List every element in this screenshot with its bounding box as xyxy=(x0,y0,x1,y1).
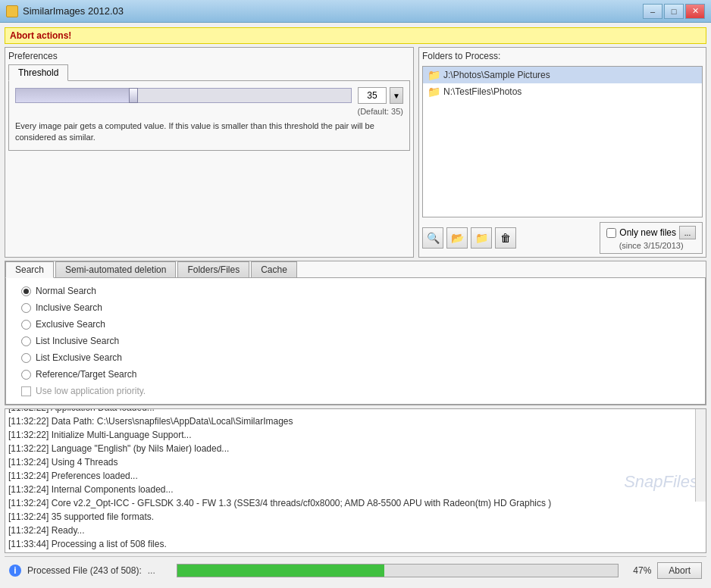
titlebar: SimilarImages 2012.03 – □ ✕ xyxy=(0,0,711,23)
folders-list: 📁 J:\Photos\Sample Pictures 📁 N:\TestFil… xyxy=(422,66,703,217)
radio-exclusive[interactable]: Exclusive Search xyxy=(21,319,690,330)
only-new-row: Only new files ... xyxy=(606,226,696,239)
log-line: [11:32:24] Preferences loaded... xyxy=(8,469,692,483)
log-area[interactable]: SnapFiles [11:32:22] SimilarImages[11:32… xyxy=(5,408,706,553)
only-new-files-box: Only new files ... (since 3/15/2013) xyxy=(600,222,703,254)
folders-box: Folders to Process: 📁 J:\Photos\Sample P… xyxy=(418,47,706,258)
minimize-button[interactable]: – xyxy=(643,4,662,19)
threshold-value-box: ▼ xyxy=(358,87,403,104)
radio-inclusive-label: Inclusive Search xyxy=(36,302,102,313)
radio-list-inclusive-label: List Inclusive Search xyxy=(36,336,119,346)
search-section: Search Semi-automated deletion Folders/F… xyxy=(5,261,706,405)
status-sub-label: ... xyxy=(148,565,171,576)
status-bar: i Processed File (243 of 508): ... 47% A… xyxy=(5,556,706,583)
search-tabs: Search Semi-automated deletion Folders/F… xyxy=(5,261,706,278)
threshold-value-input[interactable] xyxy=(358,87,387,104)
log-line: [11:32:22] Initialize Multi-Language Sup… xyxy=(8,428,692,442)
main-content: Abort actions! Preferences Threshold ▼ xyxy=(0,23,711,588)
folder-path-2: N:\TestFiles\Photos xyxy=(443,86,522,97)
log-lines: [11:32:22] SimilarImages[11:32:22] (C) C… xyxy=(8,408,692,551)
folder-delete-btn[interactable]: 🗑 xyxy=(495,227,516,249)
progress-bar-container xyxy=(177,564,619,577)
radio-exclusive-circle[interactable] xyxy=(21,320,31,330)
folder-search-btn[interactable]: 🔍 xyxy=(422,227,443,249)
threshold-desc: Every image pair gets a computed value. … xyxy=(15,120,403,144)
log-line: [11:32:24] Internal Components loaded... xyxy=(8,483,692,496)
log-line: [11:32:24] Ready... xyxy=(8,524,692,537)
folder-icon-2: 📁 xyxy=(428,86,440,98)
radio-list-inclusive-circle[interactable] xyxy=(21,336,31,346)
progress-bar-fill xyxy=(177,565,384,577)
low-priority-checkbox[interactable] xyxy=(21,386,31,396)
folder-icon-1: 📁 xyxy=(428,69,440,81)
slider-thumb[interactable] xyxy=(129,88,138,103)
checkbox-low-priority[interactable]: Use low application priority. xyxy=(21,386,690,396)
since-date-label: (since 3/15/2013) xyxy=(619,241,684,250)
log-scrollbar[interactable] xyxy=(695,408,706,502)
threshold-tab[interactable]: Threshold xyxy=(8,64,68,81)
slider-container[interactable] xyxy=(15,88,352,103)
only-new-files-label: Only new files xyxy=(619,227,676,238)
low-priority-label: Use low application priority. xyxy=(36,386,146,396)
status-processed-label: Processed File (243 of 508): xyxy=(27,565,142,576)
radio-inclusive-circle[interactable] xyxy=(21,303,31,313)
top-row: Preferences Threshold ▼ (Default: 35) xyxy=(5,47,706,258)
folder-add-btn[interactable]: 📂 xyxy=(446,227,468,249)
slider-fill xyxy=(16,89,133,102)
app-icon xyxy=(6,5,18,17)
abort-bar: Abort actions! xyxy=(5,27,706,44)
log-line: [11:32:22] Language "English" (by Nils M… xyxy=(8,442,692,455)
radio-exclusive-label: Exclusive Search xyxy=(36,319,105,330)
log-line: [11:32:22] Data Path: C:\Users\snapfiles… xyxy=(8,414,692,428)
log-line: [11:32:22] Application Data loaded... xyxy=(8,408,692,414)
middle-row: Search Semi-automated deletion Folders/F… xyxy=(5,261,706,405)
preferences-box: Preferences Threshold ▼ (Default: 35) xyxy=(5,47,414,258)
slider-row: ▼ xyxy=(15,87,403,104)
close-button[interactable]: ✕ xyxy=(685,4,705,19)
folder-path-1: J:\Photos\Sample Pictures xyxy=(443,70,550,80)
log-line: [11:33:44] Processing a list of 508 file… xyxy=(8,537,692,551)
radio-reference-circle[interactable] xyxy=(21,370,31,380)
default-text: (Default: 35) xyxy=(15,107,403,116)
preferences-tab-bar: Threshold xyxy=(8,64,410,81)
search-tab-cache[interactable]: Cache xyxy=(251,261,297,278)
folders-toolbar: 🔍 📂 📁 🗑 Only new files ... (since 3/15/2… xyxy=(422,222,703,254)
log-line: [11:32:24] Using 4 Threads xyxy=(8,455,692,469)
radio-list-exclusive[interactable]: List Exclusive Search xyxy=(21,352,690,363)
radio-reference-label: Reference/Target Search xyxy=(36,369,136,380)
titlebar-controls: – □ ✕ xyxy=(643,4,705,19)
search-tab-semi[interactable]: Semi-automated deletion xyxy=(55,261,176,278)
radio-list-exclusive-circle[interactable] xyxy=(21,353,31,363)
titlebar-left: SimilarImages 2012.03 xyxy=(6,5,124,17)
abort-button[interactable]: Abort xyxy=(657,562,702,579)
maximize-button[interactable]: □ xyxy=(664,4,684,19)
status-icon: i xyxy=(9,565,21,577)
search-tab-search[interactable]: Search xyxy=(5,261,54,278)
threshold-panel: ▼ (Default: 35) Every image pair gets a … xyxy=(8,81,410,151)
titlebar-title: SimilarImages 2012.03 xyxy=(23,5,124,17)
radio-list-inclusive[interactable]: List Inclusive Search xyxy=(21,336,690,346)
search-options: Normal Search Inclusive Search Exclusive… xyxy=(5,278,706,405)
search-tab-folders[interactable]: Folders/Files xyxy=(177,261,249,278)
radio-normal-circle[interactable] xyxy=(21,286,31,296)
only-new-dots-btn[interactable]: ... xyxy=(679,226,696,239)
log-line: [11:32:24] Core v2.2_Opt-ICC - GFLSDK 3.… xyxy=(8,496,692,510)
radio-normal[interactable]: Normal Search xyxy=(21,286,690,296)
radio-list-exclusive-label: List Exclusive Search xyxy=(36,352,122,363)
folder-item-1[interactable]: 📁 J:\Photos\Sample Pictures xyxy=(423,67,702,83)
only-new-files-checkbox[interactable] xyxy=(606,228,616,238)
radio-inclusive[interactable]: Inclusive Search xyxy=(21,302,690,313)
progress-percent: 47% xyxy=(625,565,651,576)
preferences-label: Preferences xyxy=(8,51,410,61)
log-line: [11:32:24] 35 supported file formats. xyxy=(8,510,692,524)
radio-reference[interactable]: Reference/Target Search xyxy=(21,369,690,380)
folder-item-2[interactable]: 📁 N:\TestFiles\Photos xyxy=(423,83,702,100)
folder-open-btn[interactable]: 📁 xyxy=(471,227,492,249)
radio-normal-label: Normal Search xyxy=(36,286,96,296)
folders-label: Folders to Process: xyxy=(422,51,703,61)
threshold-dropdown-btn[interactable]: ▼ xyxy=(390,87,403,104)
